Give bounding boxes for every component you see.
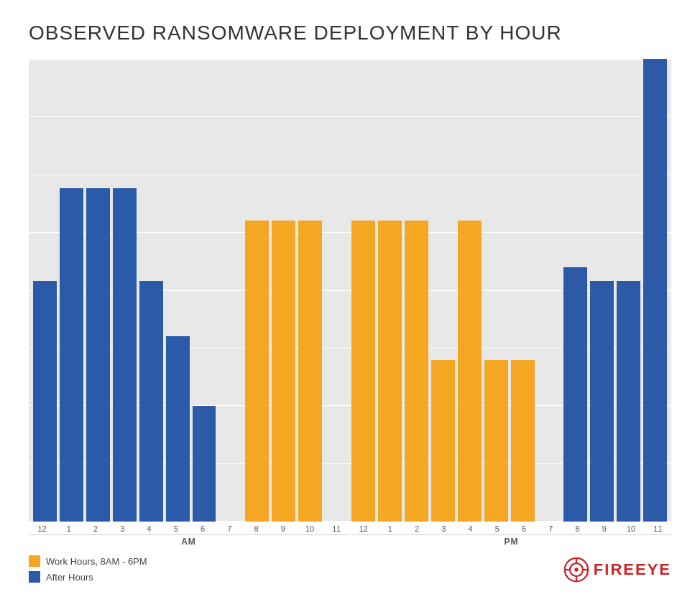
x-label-pm-7: 7 — [538, 524, 564, 533]
x-label-am-3: 3 — [109, 524, 136, 533]
x-label-pm-1: 1 — [377, 524, 403, 533]
x-label-am-6: 6 — [190, 524, 216, 533]
bar-after — [193, 406, 216, 522]
x-label-am-9: 9 — [270, 524, 296, 533]
bar-group — [111, 59, 138, 522]
logo: FIREEYE — [563, 557, 671, 583]
page-title: OBSERVED RANSOMWARE DEPLOYMENT BY HOUR — [29, 22, 671, 45]
work-label: Work Hours, 8AM - 6PM — [46, 556, 147, 567]
bar-after — [563, 267, 587, 522]
bar-group — [85, 59, 111, 522]
x-label-pm-12: 12 — [350, 524, 377, 533]
bar-group — [430, 59, 456, 522]
bar-after — [617, 281, 640, 522]
bar-after — [643, 59, 667, 522]
bar-group — [244, 59, 270, 522]
x-label-am-7: 7 — [216, 524, 243, 533]
bar-group — [58, 59, 85, 522]
x-label-am-8: 8 — [243, 524, 270, 533]
legend: Work Hours, 8AM - 6PM After Hours — [29, 555, 147, 583]
bar-group — [642, 59, 668, 522]
bottom-row: Work Hours, 8AM - 6PM After Hours FIREEY… — [29, 555, 671, 583]
bar-work — [378, 221, 402, 522]
bar-after — [166, 336, 190, 522]
bar-work — [458, 221, 482, 522]
bar-after — [60, 188, 83, 522]
bar-group — [138, 59, 165, 522]
x-label-am-10: 10 — [297, 524, 323, 533]
bar-after — [33, 281, 57, 522]
bars-container — [29, 59, 671, 522]
bar-group — [217, 59, 244, 522]
bar-group — [191, 59, 218, 522]
bar-after — [139, 281, 163, 522]
bar-group — [510, 59, 536, 522]
bar-group — [403, 59, 430, 522]
x-label-pm-2: 2 — [404, 524, 430, 533]
bar-work — [298, 221, 322, 522]
bar-group — [536, 59, 563, 522]
x-label-pm-9: 9 — [591, 524, 617, 533]
bar-group — [350, 59, 377, 522]
chart-background — [29, 59, 671, 522]
bar-work — [431, 360, 455, 522]
x-label-am-2: 2 — [83, 524, 109, 533]
bar-group — [483, 59, 510, 522]
after-label: After Hours — [46, 572, 93, 583]
bar-after — [113, 188, 137, 522]
legend-after: After Hours — [29, 571, 147, 583]
legend-work: Work Hours, 8AM - 6PM — [29, 555, 147, 567]
work-swatch — [29, 555, 40, 567]
x-axis: 121234567891011121234567891011 — [29, 524, 671, 533]
bar-after — [86, 188, 110, 522]
x-label-am-12: 12 — [29, 524, 55, 533]
bar-work — [272, 221, 295, 522]
x-label-pm-5: 5 — [484, 524, 510, 533]
bar-group — [270, 59, 297, 522]
bar-group — [165, 59, 191, 522]
bar-work — [484, 360, 508, 522]
x-label-pm-10: 10 — [618, 524, 645, 533]
bar-group — [615, 59, 642, 522]
x-label-pm-8: 8 — [564, 524, 591, 533]
bar-group — [589, 59, 615, 522]
x-label-pm-6: 6 — [511, 524, 538, 533]
page: OBSERVED RANSOMWARE DEPLOYMENT BY HOUR 1… — [0, 0, 700, 597]
bar-group — [32, 59, 58, 522]
period-labels: AM PM — [29, 534, 671, 547]
x-label-am-11: 11 — [323, 524, 350, 533]
bar-work — [405, 221, 428, 522]
chart-area: 121234567891011121234567891011 AM PM — [29, 59, 671, 547]
pm-label: PM — [351, 534, 671, 547]
bar-group — [377, 59, 403, 522]
am-label: AM — [29, 534, 349, 547]
fireeye-logo-icon — [563, 557, 589, 583]
bar-group — [562, 59, 589, 522]
bar-work — [351, 221, 375, 522]
svg-point-2 — [574, 568, 578, 571]
x-label-am-5: 5 — [162, 524, 189, 533]
bar-group — [323, 59, 350, 522]
x-label-pm-4: 4 — [457, 524, 484, 533]
after-swatch — [29, 571, 40, 583]
bar-work — [511, 360, 535, 522]
x-label-am-1: 1 — [55, 524, 82, 533]
bar-group — [456, 59, 483, 522]
bar-group — [297, 59, 323, 522]
x-label-pm-11: 11 — [645, 524, 671, 533]
logo-text: FIREEYE — [594, 560, 671, 579]
bar-work — [245, 221, 269, 522]
x-label-pm-3: 3 — [430, 524, 457, 533]
x-label-am-4: 4 — [136, 524, 162, 533]
bar-after — [590, 281, 614, 522]
